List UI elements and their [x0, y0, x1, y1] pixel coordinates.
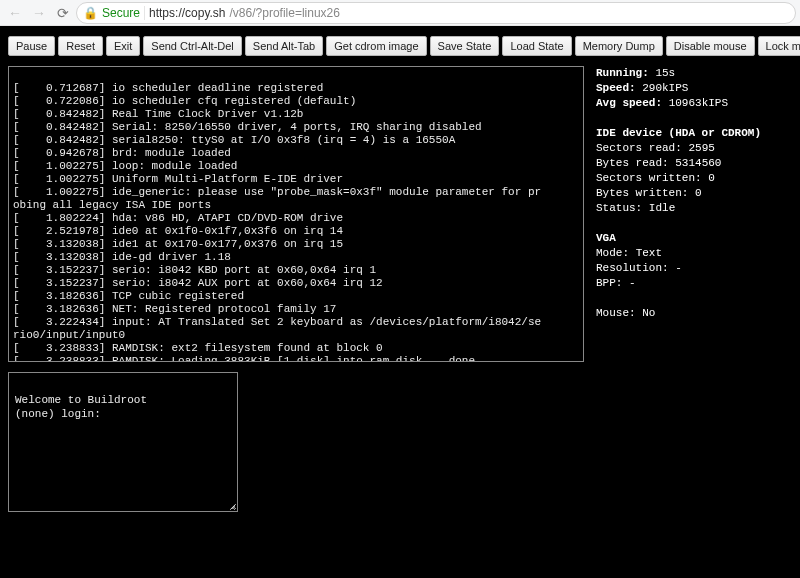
- vga-bpp-label: BPP:: [596, 277, 622, 289]
- get-cdrom-image-button[interactable]: Get cdrom image: [326, 36, 426, 56]
- ide-status-label: Status:: [596, 202, 642, 214]
- mouse-value: No: [642, 307, 655, 319]
- back-button[interactable]: ←: [4, 2, 26, 24]
- ide-header: IDE device (HDA or CDROM): [596, 127, 761, 139]
- browser-toolbar: ← → ⟳ 🔒 Secure https://copy.sh/v86/?prof…: [0, 0, 800, 26]
- running-label: Running:: [596, 67, 649, 79]
- serial-login: (none) login:: [15, 408, 101, 420]
- vga-mode-label: Mode:: [596, 247, 629, 259]
- secure-label: Secure: [102, 6, 145, 20]
- speed-label: Speed:: [596, 82, 636, 94]
- pause-button[interactable]: Pause: [8, 36, 55, 56]
- ide-status-value: Idle: [649, 202, 675, 214]
- lock-mouse-button[interactable]: Lock mouse: [758, 36, 800, 56]
- vga-screen[interactable]: [ 0.712687] io scheduler deadline regist…: [8, 66, 584, 362]
- vga-res-value: -: [675, 262, 682, 274]
- memory-dump-button[interactable]: Memory Dump: [575, 36, 663, 56]
- bytes-read-label: Bytes read:: [596, 157, 669, 169]
- serial-welcome: Welcome to Buildroot: [15, 394, 147, 406]
- send-alt-tab-button[interactable]: Send Alt-Tab: [245, 36, 323, 56]
- vga-res-label: Resolution:: [596, 262, 669, 274]
- avg-speed-label: Avg speed:: [596, 97, 662, 109]
- boot-log: [ 0.712687] io scheduler deadline regist…: [13, 82, 541, 362]
- toolbar: Pause Reset Exit Send Ctrl-Alt-Del Send …: [8, 36, 792, 56]
- sectors-read-label: Sectors read:: [596, 142, 682, 154]
- address-bar[interactable]: 🔒 Secure https://copy.sh/v86/?profile=li…: [76, 2, 796, 24]
- bytes-written-label: Bytes written:: [596, 187, 688, 199]
- load-state-button[interactable]: Load State: [502, 36, 571, 56]
- forward-button[interactable]: →: [28, 2, 50, 24]
- speed-value: 290kIPS: [642, 82, 688, 94]
- exit-button[interactable]: Exit: [106, 36, 140, 56]
- bytes-read-value: 5314560: [675, 157, 721, 169]
- serial-console[interactable]: Welcome to Buildroot (none) login:: [8, 372, 238, 512]
- vga-bpp-value: -: [629, 277, 636, 289]
- avg-speed-value: 10963kIPS: [669, 97, 728, 109]
- bytes-written-value: 0: [695, 187, 702, 199]
- reload-button[interactable]: ⟳: [52, 2, 74, 24]
- running-value: 15s: [655, 67, 675, 79]
- sectors-read-value: 2595: [688, 142, 714, 154]
- vga-mode-value: Text: [636, 247, 662, 259]
- url-host: https://copy.sh: [149, 6, 225, 20]
- url-path: /v86/?profile=linux26: [230, 6, 340, 20]
- sectors-written-label: Sectors written:: [596, 172, 702, 184]
- app-root: Pause Reset Exit Send Ctrl-Alt-Del Send …: [0, 26, 800, 578]
- status-panel: Running: 15s Speed: 290kIPS Avg speed: 1…: [596, 66, 761, 362]
- reset-button[interactable]: Reset: [58, 36, 103, 56]
- sectors-written-value: 0: [708, 172, 715, 184]
- vga-header: VGA: [596, 232, 616, 244]
- send-ctrl-alt-del-button[interactable]: Send Ctrl-Alt-Del: [143, 36, 242, 56]
- disable-mouse-button[interactable]: Disable mouse: [666, 36, 755, 56]
- save-state-button[interactable]: Save State: [430, 36, 500, 56]
- lock-icon: 🔒: [83, 6, 98, 20]
- mouse-label: Mouse:: [596, 307, 636, 319]
